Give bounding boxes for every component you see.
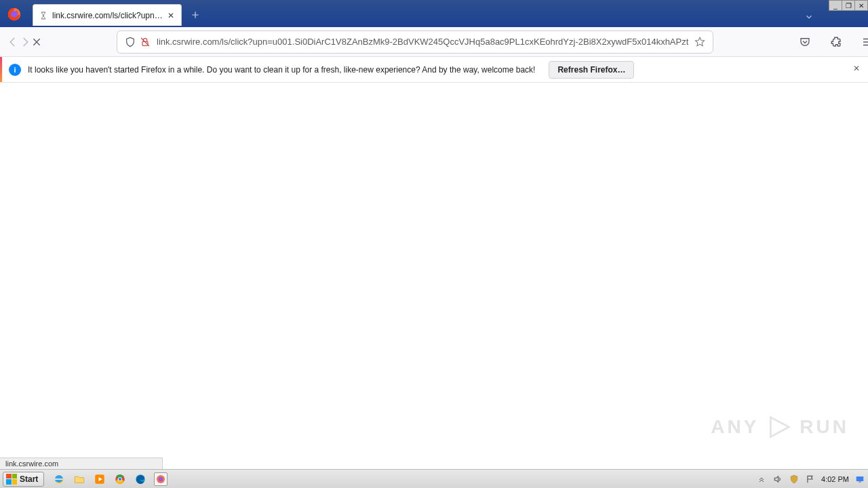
refresh-firefox-button[interactable]: Refresh Firefox… — [549, 61, 634, 79]
svg-point-10 — [159, 476, 163, 481]
extensions-icon[interactable] — [826, 32, 846, 52]
minimize-button[interactable]: _ — [829, 0, 842, 11]
watermark-right: RUN — [800, 416, 849, 438]
chrome-icon[interactable] — [113, 472, 127, 486]
notification-accent — [0, 57, 2, 82]
svg-point-1 — [11, 11, 18, 18]
show-desktop-icon[interactable] — [854, 474, 865, 485]
tab-title: link.csrwire.com/ls/click?upn=u001 — [52, 11, 163, 20]
browser-tab[interactable]: link.csrwire.com/ls/click?upn=u001 ✕ — [33, 4, 182, 26]
notification-message: It looks like you haven't started Firefo… — [28, 65, 535, 75]
list-all-tabs-icon[interactable] — [804, 12, 814, 22]
shield-tray-icon[interactable] — [789, 474, 800, 485]
anyrun-watermark: ANY RUN — [711, 415, 849, 439]
svg-rect-12 — [859, 482, 861, 483]
insecure-lock-icon[interactable] — [138, 35, 153, 49]
page-content: link.csrwire.com ANY RUN — [0, 83, 868, 469]
url-text[interactable]: link.csrwire.com/ls/click?upn=u001.Si0Di… — [153, 37, 692, 47]
explorer-icon[interactable] — [73, 472, 86, 486]
firefox-taskbar-icon[interactable] — [154, 472, 167, 486]
volume-icon[interactable] — [772, 474, 783, 485]
watermark-left: ANY — [711, 416, 759, 438]
window-controls: _ ❐ ✕ — [829, 0, 868, 11]
info-icon: i — [9, 64, 21, 76]
window-close-button[interactable]: ✕ — [854, 0, 868, 11]
url-bar[interactable]: link.csrwire.com/ls/click?upn=u001.Si0Di… — [117, 30, 713, 54]
ie-icon[interactable] — [52, 472, 66, 486]
forward-button[interactable] — [19, 32, 31, 52]
window-titlebar: link.csrwire.com/ls/click?upn=u001 ✕ _ ❐… — [0, 0, 868, 27]
notification-bar: i It looks like you haven't started Fire… — [0, 57, 868, 83]
save-to-pocket-icon[interactable] — [795, 32, 815, 52]
maximize-button[interactable]: ❐ — [842, 0, 855, 11]
stop-reload-button[interactable] — [31, 32, 42, 52]
svg-point-7 — [119, 477, 122, 481]
bookmark-star-icon[interactable] — [692, 35, 707, 49]
start-button[interactable]: Start — [3, 472, 44, 487]
tray-chevrons-icon[interactable] — [756, 474, 767, 485]
svg-rect-11 — [856, 476, 864, 481]
notification-close-icon[interactable]: ✕ — [853, 64, 860, 73]
taskbar-pinned-apps — [52, 472, 167, 486]
system-tray: 4:02 PM — [756, 470, 865, 488]
new-tab-button[interactable] — [186, 5, 205, 24]
windows-taskbar: Start 4:02 PM — [0, 469, 868, 488]
app-menu-icon[interactable] — [857, 32, 868, 52]
tray-clock[interactable]: 4:02 PM — [821, 475, 849, 483]
edge-icon[interactable] — [134, 472, 147, 486]
back-button[interactable] — [7, 32, 19, 52]
shield-icon[interactable] — [123, 35, 138, 49]
status-bar: link.csrwire.com — [0, 458, 163, 469]
play-icon — [767, 415, 791, 439]
firefox-logo-icon — [7, 7, 22, 22]
start-label: Start — [20, 474, 38, 484]
windows-logo-icon — [6, 474, 17, 485]
hourglass-icon — [39, 11, 48, 20]
media-player-icon[interactable] — [93, 472, 106, 486]
flag-icon[interactable] — [805, 474, 816, 485]
tab-close-icon[interactable]: ✕ — [166, 11, 176, 20]
nav-toolbar: link.csrwire.com/ls/click?upn=u001.Si0Di… — [0, 27, 868, 57]
